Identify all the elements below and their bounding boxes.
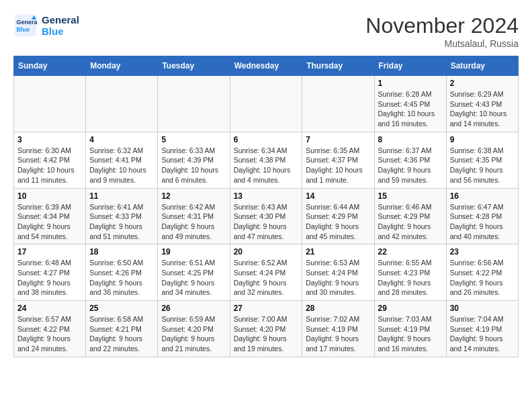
day-info: Sunrise: 6:48 AM Sunset: 4:27 PM Dayligh… <box>17 258 82 298</box>
day-cell: 18Sunrise: 6:50 AM Sunset: 4:26 PM Dayli… <box>86 244 158 301</box>
day-cell: 22Sunrise: 6:55 AM Sunset: 4:23 PM Dayli… <box>374 244 446 301</box>
day-info: Sunrise: 6:59 AM Sunset: 4:20 PM Dayligh… <box>161 314 226 354</box>
day-cell: 23Sunrise: 6:56 AM Sunset: 4:22 PM Dayli… <box>446 244 518 301</box>
day-number: 20 <box>234 247 299 257</box>
day-number: 4 <box>89 135 154 144</box>
svg-text:General: General <box>17 19 38 26</box>
day-number: 19 <box>161 247 226 257</box>
day-info: Sunrise: 6:51 AM Sunset: 4:25 PM Dayligh… <box>161 258 226 298</box>
day-number: 7 <box>306 135 370 144</box>
day-info: Sunrise: 6:35 AM Sunset: 4:37 PM Dayligh… <box>306 146 370 185</box>
day-info: Sunrise: 6:38 AM Sunset: 4:35 PM Dayligh… <box>450 146 515 185</box>
day-info: Sunrise: 6:53 AM Sunset: 4:24 PM Dayligh… <box>306 258 370 298</box>
day-number: 15 <box>378 191 443 201</box>
day-number: 13 <box>234 191 299 201</box>
day-number: 24 <box>17 304 82 313</box>
day-info: Sunrise: 6:30 AM Sunset: 4:42 PM Dayligh… <box>17 146 82 185</box>
calendar-body: 1Sunrise: 6:28 AM Sunset: 4:45 PM Daylig… <box>14 76 519 357</box>
day-cell <box>230 76 302 132</box>
day-cell: 27Sunrise: 7:00 AM Sunset: 4:20 PM Dayli… <box>230 301 302 357</box>
day-info: Sunrise: 6:33 AM Sunset: 4:39 PM Dayligh… <box>161 146 226 185</box>
day-cell: 28Sunrise: 7:02 AM Sunset: 4:19 PM Dayli… <box>302 301 374 357</box>
day-info: Sunrise: 6:39 AM Sunset: 4:34 PM Dayligh… <box>17 202 82 242</box>
day-info: Sunrise: 7:03 AM Sunset: 4:19 PM Dayligh… <box>378 314 443 354</box>
day-cell: 10Sunrise: 6:39 AM Sunset: 4:34 PM Dayli… <box>14 188 86 244</box>
location: Mutsalaul, Russia <box>365 38 519 49</box>
day-cell <box>14 76 86 132</box>
day-cell: 15Sunrise: 6:46 AM Sunset: 4:29 PM Dayli… <box>374 188 446 244</box>
day-info: Sunrise: 7:04 AM Sunset: 4:19 PM Dayligh… <box>450 314 515 354</box>
day-cell: 5Sunrise: 6:33 AM Sunset: 4:39 PM Daylig… <box>158 132 230 188</box>
day-info: Sunrise: 6:37 AM Sunset: 4:36 PM Dayligh… <box>378 146 443 185</box>
day-number: 27 <box>234 304 299 313</box>
day-cell: 4Sunrise: 6:32 AM Sunset: 4:41 PM Daylig… <box>86 132 158 188</box>
day-info: Sunrise: 6:34 AM Sunset: 4:38 PM Dayligh… <box>234 146 299 185</box>
svg-text:Blue: Blue <box>17 26 30 33</box>
day-cell: 19Sunrise: 6:51 AM Sunset: 4:25 PM Dayli… <box>158 244 230 301</box>
day-info: Sunrise: 6:55 AM Sunset: 4:23 PM Dayligh… <box>378 258 443 298</box>
week-row-1: 1Sunrise: 6:28 AM Sunset: 4:45 PM Daylig… <box>14 76 519 132</box>
weekday-header-tuesday: Tuesday <box>158 56 230 76</box>
day-info: Sunrise: 6:52 AM Sunset: 4:24 PM Dayligh… <box>234 258 299 298</box>
day-number: 25 <box>89 304 154 313</box>
day-number: 9 <box>450 135 515 144</box>
day-number: 29 <box>378 304 443 313</box>
day-cell: 24Sunrise: 6:57 AM Sunset: 4:22 PM Dayli… <box>14 301 86 357</box>
day-info: Sunrise: 6:43 AM Sunset: 4:30 PM Dayligh… <box>234 202 299 242</box>
day-info: Sunrise: 6:57 AM Sunset: 4:22 PM Dayligh… <box>17 314 82 354</box>
day-info: Sunrise: 6:32 AM Sunset: 4:41 PM Dayligh… <box>89 146 154 185</box>
day-number: 2 <box>450 79 515 88</box>
day-cell: 2Sunrise: 6:29 AM Sunset: 4:43 PM Daylig… <box>446 76 518 132</box>
week-row-2: 3Sunrise: 6:30 AM Sunset: 4:42 PM Daylig… <box>14 132 519 188</box>
day-cell: 6Sunrise: 6:34 AM Sunset: 4:38 PM Daylig… <box>230 132 302 188</box>
day-cell: 1Sunrise: 6:28 AM Sunset: 4:45 PM Daylig… <box>374 76 446 132</box>
week-row-3: 10Sunrise: 6:39 AM Sunset: 4:34 PM Dayli… <box>14 188 519 244</box>
logo-icon: General Blue <box>13 13 38 38</box>
day-number: 26 <box>161 304 226 313</box>
day-number: 6 <box>234 135 299 144</box>
day-info: Sunrise: 6:56 AM Sunset: 4:22 PM Dayligh… <box>450 258 515 298</box>
day-info: Sunrise: 6:44 AM Sunset: 4:29 PM Dayligh… <box>306 202 370 242</box>
weekday-header-friday: Friday <box>374 56 446 76</box>
weekday-header-sunday: Sunday <box>14 56 86 76</box>
day-cell: 26Sunrise: 6:59 AM Sunset: 4:20 PM Dayli… <box>158 301 230 357</box>
day-cell <box>158 76 230 132</box>
day-cell: 14Sunrise: 6:44 AM Sunset: 4:29 PM Dayli… <box>302 188 374 244</box>
day-info: Sunrise: 6:28 AM Sunset: 4:45 PM Dayligh… <box>378 89 443 129</box>
weekday-header-saturday: Saturday <box>446 56 518 76</box>
day-cell: 9Sunrise: 6:38 AM Sunset: 4:35 PM Daylig… <box>446 132 518 188</box>
day-number: 17 <box>17 247 82 257</box>
title-block: November 2024 Mutsalaul, Russia <box>365 13 519 49</box>
day-cell: 11Sunrise: 6:41 AM Sunset: 4:33 PM Dayli… <box>86 188 158 244</box>
day-info: Sunrise: 6:58 AM Sunset: 4:21 PM Dayligh… <box>89 314 154 354</box>
day-number: 1 <box>378 79 443 88</box>
day-cell: 29Sunrise: 7:03 AM Sunset: 4:19 PM Dayli… <box>374 301 446 357</box>
logo: General Blue GeneralBlue <box>13 13 79 38</box>
day-info: Sunrise: 6:29 AM Sunset: 4:43 PM Dayligh… <box>450 89 515 129</box>
day-number: 28 <box>306 304 370 313</box>
day-number: 12 <box>161 191 226 201</box>
day-number: 10 <box>17 191 82 201</box>
day-cell: 7Sunrise: 6:35 AM Sunset: 4:37 PM Daylig… <box>302 132 374 188</box>
weekday-header-thursday: Thursday <box>302 56 374 76</box>
day-cell: 20Sunrise: 6:52 AM Sunset: 4:24 PM Dayli… <box>230 244 302 301</box>
day-number: 30 <box>450 304 515 313</box>
day-number: 8 <box>378 135 443 144</box>
day-number: 16 <box>450 191 515 201</box>
day-number: 23 <box>450 247 515 257</box>
day-number: 21 <box>306 247 370 257</box>
day-cell: 17Sunrise: 6:48 AM Sunset: 4:27 PM Dayli… <box>14 244 86 301</box>
day-info: Sunrise: 7:00 AM Sunset: 4:20 PM Dayligh… <box>234 314 299 354</box>
day-cell: 12Sunrise: 6:42 AM Sunset: 4:31 PM Dayli… <box>158 188 230 244</box>
day-cell: 3Sunrise: 6:30 AM Sunset: 4:42 PM Daylig… <box>14 132 86 188</box>
calendar: SundayMondayTuesdayWednesdayThursdayFrid… <box>13 56 519 357</box>
day-cell: 16Sunrise: 6:47 AM Sunset: 4:28 PM Dayli… <box>446 188 518 244</box>
week-row-5: 24Sunrise: 6:57 AM Sunset: 4:22 PM Dayli… <box>14 301 519 357</box>
day-cell: 8Sunrise: 6:37 AM Sunset: 4:36 PM Daylig… <box>374 132 446 188</box>
week-row-4: 17Sunrise: 6:48 AM Sunset: 4:27 PM Dayli… <box>14 244 519 301</box>
day-number: 11 <box>89 191 154 201</box>
day-info: Sunrise: 6:47 AM Sunset: 4:28 PM Dayligh… <box>450 202 515 242</box>
page-header: General Blue GeneralBlue November 2024 M… <box>13 13 519 49</box>
weekday-header-row: SundayMondayTuesdayWednesdayThursdayFrid… <box>14 56 519 76</box>
day-info: Sunrise: 6:42 AM Sunset: 4:31 PM Dayligh… <box>161 202 226 242</box>
